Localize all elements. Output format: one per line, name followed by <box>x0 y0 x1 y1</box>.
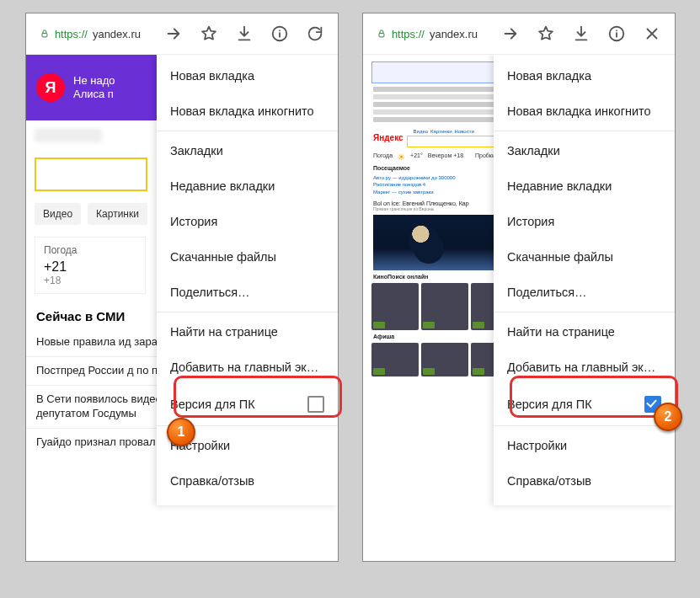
dancer-figure <box>409 225 439 255</box>
star-icon[interactable] <box>200 24 218 43</box>
svc-images[interactable]: Картинки <box>430 129 452 134</box>
svc-news[interactable]: Новости <box>455 129 474 134</box>
menu-bookmarks[interactable]: Закладки <box>494 133 675 168</box>
menu-find[interactable]: Найти на странице <box>157 314 338 350</box>
screenshot-2: https://yandex.ru Яндекс Видео Картинки … <box>362 13 676 562</box>
browser-toolbar: https://yandex.ru <box>26 13 338 55</box>
weather-card[interactable]: Погода +21 +18 <box>35 237 146 294</box>
menu-help[interactable]: Справка/отзыв <box>157 463 338 499</box>
svc-video[interactable]: Видео <box>414 129 429 134</box>
url-scheme: https:// <box>55 28 88 40</box>
yandex-logo-icon: Я <box>36 73 65 102</box>
step-badge-2: 2 <box>654 403 682 431</box>
menu-add-home[interactable]: Добавить на главный эк… <box>157 350 338 385</box>
weather-label: Погода <box>373 152 393 162</box>
afisha-thumb[interactable] <box>421 343 468 376</box>
toolbar-actions <box>147 24 331 43</box>
weather-temp-now: +21 <box>44 259 136 275</box>
menu-bookmarks[interactable]: Закладки <box>157 133 338 168</box>
address-bar[interactable]: https://yandex.ru <box>33 24 147 44</box>
promo-line1: Не надо <box>73 74 115 88</box>
menu-add-home[interactable]: Добавить на главный эк… <box>494 350 675 385</box>
screenshot-1: https://yandex.ru Я Не надо Алиса п Виде… <box>25 13 339 562</box>
menu-new-tab[interactable]: Новая вкладка <box>494 58 675 93</box>
svg-rect-0 <box>42 34 47 37</box>
download-icon[interactable] <box>235 24 254 43</box>
menu-share[interactable]: Поделиться… <box>157 275 338 310</box>
weather-temp: +21° <box>410 152 423 162</box>
tab-images[interactable]: Картинки <box>88 203 147 225</box>
movie-thumb[interactable] <box>371 283 419 330</box>
yandex-logo[interactable]: Яндекс <box>373 133 403 142</box>
menu-new-incognito[interactable]: Новая вкладка инкогнито <box>157 93 338 129</box>
checkbox-icon[interactable] <box>307 396 324 413</box>
menu-new-tab[interactable]: Новая вкладка <box>157 58 338 93</box>
menu-help[interactable]: Справка/отзыв <box>494 463 675 499</box>
lock-icon <box>377 29 387 39</box>
menu-new-incognito[interactable]: Новая вкладка инкогнито <box>494 93 675 129</box>
menu-share[interactable]: Поделиться… <box>494 275 675 310</box>
menu-recent-tabs[interactable]: Недавние вкладки <box>494 168 675 204</box>
menu-downloads[interactable]: Скачанные файлы <box>157 239 338 275</box>
browser-menu: Новая вкладка Новая вкладка инкогнито За… <box>494 55 675 505</box>
toolbar-actions <box>484 24 668 43</box>
promo-text: Не надо Алиса п <box>73 74 115 100</box>
refresh-icon[interactable] <box>306 24 324 43</box>
menu-settings[interactable]: Настройки <box>494 428 675 463</box>
info-icon[interactable] <box>607 24 626 43</box>
close-icon[interactable] <box>643 24 661 43</box>
address-bar[interactable]: https://yandex.ru <box>370 24 484 44</box>
tab-video[interactable]: Видео <box>35 203 81 225</box>
url-host: yandex.ru <box>430 28 478 40</box>
search-input[interactable] <box>35 158 147 191</box>
sun-icon: ☀ <box>398 152 405 162</box>
browser-toolbar: https://yandex.ru <box>363 13 675 55</box>
download-icon[interactable] <box>572 24 590 43</box>
movie-thumb[interactable] <box>421 283 468 330</box>
step-badge-1: 1 <box>167 418 195 446</box>
url-host: yandex.ru <box>93 28 141 40</box>
info-icon[interactable] <box>270 24 289 43</box>
menu-recent-tabs[interactable]: Недавние вкладки <box>157 168 338 204</box>
star-icon[interactable] <box>537 24 555 43</box>
menu-find[interactable]: Найти на странице <box>494 314 675 350</box>
weather-temp-later: +18 <box>44 275 136 286</box>
lock-icon <box>40 29 50 39</box>
svg-rect-2 <box>379 34 384 37</box>
menu-history[interactable]: История <box>494 204 675 239</box>
weather-title: Погода <box>44 244 136 256</box>
menu-history[interactable]: История <box>157 204 338 239</box>
url-scheme: https:// <box>392 28 425 40</box>
menu-downloads[interactable]: Скачанные файлы <box>494 239 675 275</box>
traffic-label: Пробки <box>475 152 495 162</box>
afisha-thumb[interactable] <box>371 343 419 376</box>
weather-evening: Вечером +18 <box>428 152 463 162</box>
forward-icon[interactable] <box>501 24 520 43</box>
promo-line2: Алиса п <box>73 88 115 101</box>
blurred-region <box>35 129 102 142</box>
forward-icon[interactable] <box>164 24 183 43</box>
menu-desktop-site[interactable]: Версия для ПК <box>494 385 675 424</box>
